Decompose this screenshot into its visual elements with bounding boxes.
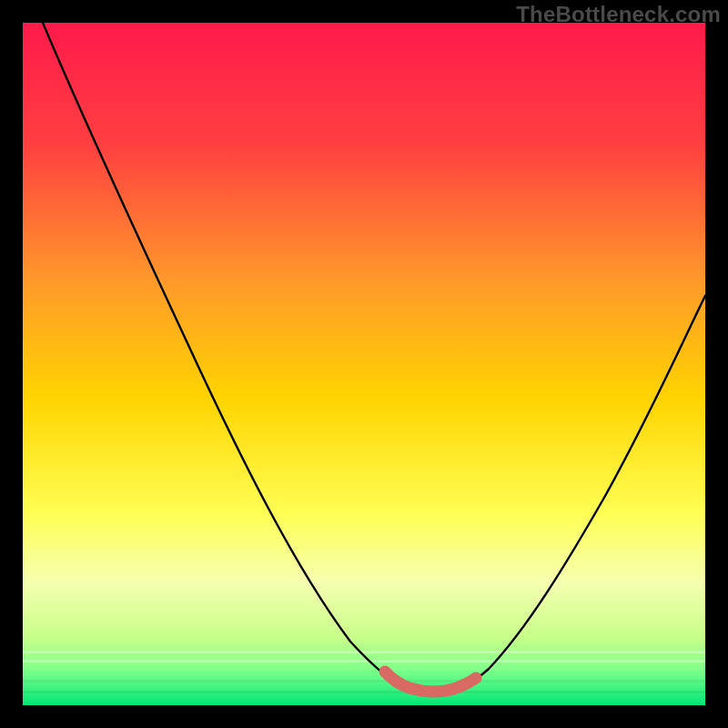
watermark-text: TheBottleneck.com — [516, 2, 721, 27]
svg-rect-1 — [23, 660, 705, 662]
svg-rect-0 — [23, 651, 705, 653]
chart-svg — [23, 23, 705, 705]
svg-rect-4 — [23, 691, 705, 693]
svg-rect-3 — [23, 680, 705, 682]
gradient-background — [23, 23, 705, 705]
chart-plot-area — [23, 23, 705, 705]
chart-frame: TheBottleneck.com — [0, 0, 728, 728]
svg-rect-2 — [23, 671, 705, 673]
